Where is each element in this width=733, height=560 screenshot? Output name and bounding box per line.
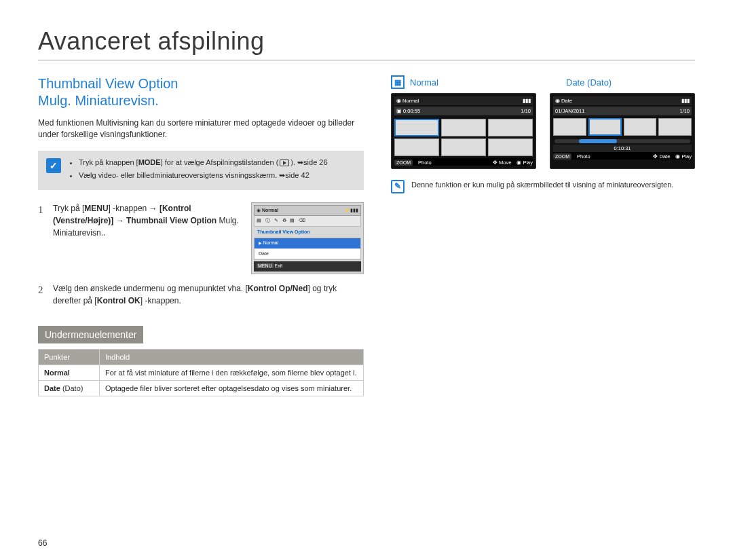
ms-icon-row: ▤ ⓘ ✎ ♻ ▤ ⌫ bbox=[254, 216, 361, 227]
availability-note: ✎ Denne funktion er kun mulig på skærmbi… bbox=[391, 180, 695, 193]
ms-header-label: Normal bbox=[262, 208, 278, 212]
thumbnail bbox=[441, 119, 486, 136]
battery-icon: ⚡▮▮▮ bbox=[344, 207, 358, 214]
step-2-text: Vælg den ønskede undermenu og menupunkte… bbox=[38, 282, 364, 307]
table-head-points: Punkter bbox=[39, 349, 100, 365]
normal-view-label: Normal bbox=[410, 77, 438, 88]
thumbnail bbox=[394, 138, 439, 156]
zoom-tag: ZOOM bbox=[394, 160, 413, 166]
table-row: Date (Dato) Optagede filer bliver sorter… bbox=[39, 380, 364, 396]
lcd2-mode: Date bbox=[561, 98, 572, 104]
lcd2-count: 1/10 bbox=[679, 108, 690, 114]
lcd-date-view: ◉ Date ▮▮▮ 01/JAN/2011 1/10 0:10:31 bbox=[550, 93, 695, 169]
submenu-heading: Undermenuelementer bbox=[38, 326, 143, 343]
battery-icon: ▮▮▮ bbox=[681, 98, 690, 104]
table-head-content: Indhold bbox=[100, 349, 364, 365]
lcd-normal-view: ◉ Normal ▮▮▮ ▣ 0:00:55 1/10 bbox=[391, 93, 536, 169]
option-normal-label: Normal bbox=[44, 369, 70, 377]
playback-mode-icon bbox=[280, 160, 289, 166]
prerequisite-note: ✓ Tryk på knappen [MODE] for at vælge Af… bbox=[38, 151, 364, 190]
page-title: Avanceret afspilning bbox=[38, 27, 695, 60]
menu-button-label: MENU bbox=[257, 263, 274, 268]
ms-menu-title: Thumbnail View Option bbox=[254, 227, 361, 238]
option-date-desc: Optagede filer bliver sorteret efter opt… bbox=[100, 380, 364, 396]
thumbnail bbox=[658, 118, 692, 136]
lcd1-count: 1/10 bbox=[521, 108, 531, 114]
section-heading-line2: Mulg. Miniaturevisn. bbox=[38, 93, 159, 108]
info-icon: ✎ bbox=[391, 180, 405, 193]
thumbnail bbox=[624, 118, 657, 136]
option-normal-desc: For at få vist miniature af filerne i de… bbox=[100, 365, 364, 380]
table-row: Normal For at få vist miniature af filer… bbox=[39, 365, 364, 380]
page-number: 66 bbox=[38, 538, 47, 548]
lcd1-mode: Normal bbox=[402, 98, 419, 104]
lcd1-duration: 0:00:55 bbox=[403, 108, 420, 114]
lcd2-timestamp: 0:10:31 bbox=[553, 145, 692, 152]
section-heading: Thumbnail View Option Mulg. Miniaturevis… bbox=[38, 75, 364, 109]
thumbnail bbox=[488, 119, 533, 136]
zoom-tag: ZOOM bbox=[553, 153, 571, 160]
note-item: Vælg video- eller billedminiatureoversig… bbox=[79, 170, 328, 181]
check-icon: ✓ bbox=[46, 158, 61, 173]
date-view-label: Date (Dato) bbox=[566, 77, 695, 88]
ms-footer-text: Exit bbox=[275, 263, 283, 268]
note-item: Tryk på knappen [MODE] for at vælge Afsp… bbox=[79, 157, 328, 168]
availability-note-text: Denne funktion er kun mulig på skærmbill… bbox=[411, 180, 673, 193]
ms-item-selected: Normal bbox=[255, 238, 360, 249]
options-table: Punkter Indhold Normal For at få vist mi… bbox=[38, 349, 364, 396]
thumbnail bbox=[441, 138, 486, 156]
battery-icon: ▮▮▮ bbox=[523, 98, 531, 104]
grid-view-icon: ▦ bbox=[391, 75, 405, 89]
menu-screenshot: ◉ Normal ⚡▮▮▮ ▤ ⓘ ✎ ♻ ▤ ⌫ Thumbnail View… bbox=[251, 202, 364, 274]
timeline-scrollbar bbox=[555, 139, 690, 143]
thumbnail-selected bbox=[588, 118, 622, 136]
thumbnail-selected bbox=[394, 119, 439, 136]
option-date-label: Date bbox=[44, 384, 60, 392]
lcd2-date: 01/JAN/2011 bbox=[555, 108, 584, 114]
step-1-text: Tryk på [MENU] -knappen → [Kontrol (Vens… bbox=[53, 202, 242, 239]
ms-item: Date bbox=[255, 249, 360, 260]
intro-text: Med funktionen Multivisning kan du sorte… bbox=[38, 117, 364, 141]
thumbnail bbox=[553, 118, 586, 136]
thumbnail bbox=[488, 138, 533, 156]
section-heading-line1: Thumbnail View Option bbox=[38, 76, 178, 91]
